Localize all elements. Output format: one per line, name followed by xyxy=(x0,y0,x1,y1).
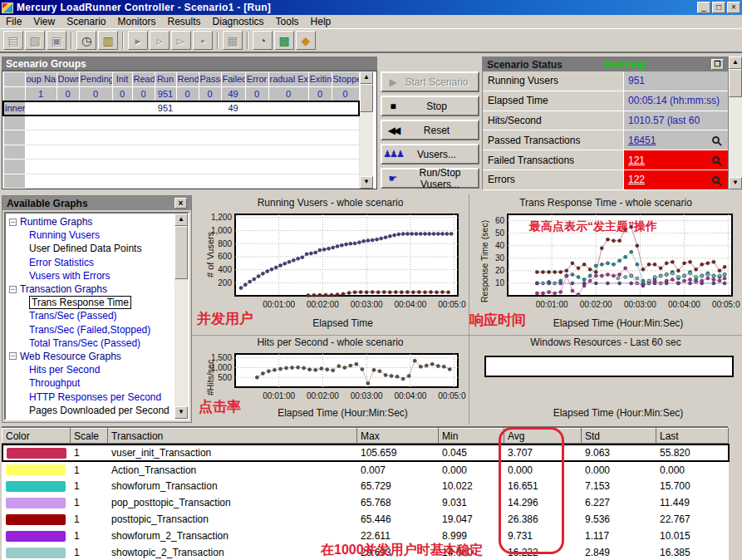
menu-file[interactable]: File xyxy=(0,15,27,28)
magnifier-icon[interactable] xyxy=(712,136,720,144)
load-generators-icon[interactable]: ▥ xyxy=(98,31,118,50)
scroll-up-icon[interactable]: ▲ xyxy=(174,214,188,226)
tree-item-vusers-with-errors[interactable]: Vusers with Errors xyxy=(9,269,174,282)
init-vusers-icon[interactable]: ▸ xyxy=(128,31,148,50)
group-run-cell[interactable]: 951 xyxy=(155,101,176,116)
reset-button[interactable]: ◀◀ Reset xyxy=(381,120,479,140)
stop-vusers-icon[interactable]: ▪ xyxy=(193,31,213,50)
tree-item-runtime-graphs[interactable]: −Runtime Graphs xyxy=(9,215,174,228)
transaction-cell: pop_posttopic_Transaction xyxy=(108,494,357,511)
transaction-row-Action_Transaction[interactable]: 1Action_Transaction0.0070.0000.0000.0000… xyxy=(2,461,729,478)
scroll-down-icon[interactable]: ▼ xyxy=(729,177,742,189)
start-scenario-button[interactable]: ▶ Start Scenario xyxy=(381,71,479,92)
analysis-icon[interactable]: ▩ xyxy=(274,31,294,50)
magnifier-icon[interactable] xyxy=(712,156,720,164)
windows-resources-graph[interactable]: Windows Resources - Last 60 sec Elapsed … xyxy=(469,336,742,425)
col-transaction[interactable]: Transaction xyxy=(108,429,357,444)
close-panel-icon[interactable]: × xyxy=(174,198,187,209)
vusers-button[interactable]: ♟♟♟ Vusers... xyxy=(381,144,479,165)
scroll-up-icon[interactable]: ▲ xyxy=(729,56,742,69)
menu-scenario[interactable]: Scenario xyxy=(61,15,111,28)
tree-item-throughput[interactable]: Throughput xyxy=(9,376,174,390)
save-scenario-icon[interactable]: ▣ xyxy=(47,31,66,50)
close-button[interactable]: × xyxy=(727,2,740,13)
tree-item-http-responses-per-second[interactable]: HTTP Responses per Second xyxy=(9,390,174,403)
errors-link[interactable]: 122 xyxy=(628,174,645,185)
design-view-icon[interactable]: ▦ xyxy=(223,31,243,50)
scrollbar-thumb[interactable] xyxy=(729,69,742,97)
transaction-row-showforum_Transaction[interactable]: 1showforum_Transaction65.72910.02216.651… xyxy=(2,478,729,494)
total-failed: 49 xyxy=(221,86,245,101)
transaction-row-posttopic_Transaction[interactable]: 1posttopic_Transaction65.44619.04726.386… xyxy=(2,511,729,528)
tree-item-total-trans-sec-passed-[interactable]: Total Trans/Sec (Passed) xyxy=(9,336,174,350)
col-min[interactable]: Min xyxy=(439,429,504,444)
group-name-cell[interactable]: inner_ne xyxy=(3,101,25,116)
menu-view[interactable]: View xyxy=(27,15,61,28)
svg-text:50: 50 xyxy=(495,228,505,238)
group-failed-cell[interactable]: 49 xyxy=(221,101,245,116)
tree-item-error-statistics[interactable]: Error Statistics xyxy=(9,256,174,269)
results-icon[interactable]: ◆ xyxy=(296,31,316,50)
total-ready: 0 xyxy=(132,86,155,101)
col-group-name: oup Nar xyxy=(25,72,57,87)
passed-transactions-link[interactable]: 16451 xyxy=(628,135,656,146)
max-cell: 105.659 xyxy=(357,445,439,461)
new-scenario-icon[interactable]: ▤ xyxy=(3,31,23,50)
stop-button[interactable]: ■ Stop xyxy=(381,96,479,116)
col-last[interactable]: Last xyxy=(656,429,729,444)
maximize-button[interactable]: □ xyxy=(712,2,725,13)
tree-item-label: User Defined Data Points xyxy=(29,243,141,254)
menu-tools[interactable]: Tools xyxy=(270,15,305,28)
menu-bar: File View Scenario Monitors Results Diag… xyxy=(0,15,742,29)
tree-item-trans-sec-passed-[interactable]: Trans/Sec (Passed) xyxy=(9,309,174,322)
x-axis-label: Elapsed Time (Hour:Min:Sec) xyxy=(225,407,460,419)
run-vusers-icon[interactable]: ▹ xyxy=(150,31,170,50)
collapse-icon[interactable]: − xyxy=(9,286,17,293)
minimize-button[interactable]: _ xyxy=(697,2,710,13)
scrollbar-thumb[interactable] xyxy=(174,226,188,279)
tree-item-trans-response-time[interactable]: Trans Response Time xyxy=(9,296,174,309)
scrollbar-track[interactable] xyxy=(729,97,742,177)
tree-item-user-defined-data-points[interactable]: User Defined Data Points xyxy=(9,242,174,255)
failed-transactions-link[interactable]: 121 xyxy=(628,155,645,166)
col-std[interactable]: Std xyxy=(582,429,656,444)
transaction-row-pop_posttopic_Transaction[interactable]: 1pop_posttopic_Transaction65.7689.03114.… xyxy=(2,494,729,511)
tree-item-running-vusers[interactable]: Running Vusers xyxy=(9,228,174,242)
scroll-down-icon[interactable]: ▼ xyxy=(174,406,188,419)
tree-item-hits-per-second[interactable]: Hits per Second xyxy=(9,363,174,376)
group-row-inner-ne[interactable]: inner_ne 951 49 xyxy=(3,101,359,116)
gradual-stop-vusers-icon[interactable]: ▻ xyxy=(171,31,191,50)
run-view-icon[interactable]: ◔ xyxy=(253,31,273,50)
col-down: Down xyxy=(57,72,79,87)
run-stop-vusers-button[interactable]: ☛ Run/Stop Vusers... xyxy=(381,168,479,189)
tree-item-web-resource-graphs[interactable]: −Web Resource Graphs xyxy=(9,350,174,363)
col-failed: Failed xyxy=(221,72,245,87)
annotation-hit-rate: 点击率 xyxy=(199,397,241,416)
collapse-icon[interactable]: − xyxy=(9,219,17,226)
menu-help[interactable]: Help xyxy=(305,15,337,28)
trans-response-time-graph[interactable]: Trans Response Time - whole scenario Res… xyxy=(469,194,742,336)
menu-results[interactable]: Results xyxy=(162,15,207,28)
open-scenario-icon[interactable]: ▧ xyxy=(25,31,45,50)
scroll-down-icon[interactable]: ▼ xyxy=(360,176,373,189)
scroll-up-icon[interactable]: ▲ xyxy=(360,71,373,84)
running-vusers-graph[interactable]: Running Vusers - whole scenario # of Vus… xyxy=(192,194,469,336)
menu-monitors[interactable]: Monitors xyxy=(112,15,162,28)
col-color[interactable]: Color xyxy=(2,429,71,444)
hits-per-second-graph[interactable]: Hits per Second - whole scenario #Hits/s… xyxy=(192,336,469,425)
schedule-clock-icon[interactable]: ◷ xyxy=(76,31,96,50)
scrollbar-thumb[interactable] xyxy=(360,84,373,112)
scrollbar-track[interactable] xyxy=(174,279,188,406)
min-cell: 0.045 xyxy=(439,445,504,461)
scrollbar-track[interactable] xyxy=(360,112,373,176)
restore-panel-icon[interactable]: ❐ xyxy=(711,59,724,70)
tree-item-transaction-graphs[interactable]: −Transaction Graphs xyxy=(9,282,174,296)
menu-diagnostics[interactable]: Diagnostics xyxy=(207,15,270,28)
magnifier-icon[interactable] xyxy=(712,176,720,184)
tree-item-pages-downloaded-per-second[interactable]: Pages Downloaded per Second xyxy=(9,404,174,417)
col-scale[interactable]: Scale xyxy=(71,429,108,444)
collapse-icon[interactable]: − xyxy=(9,352,17,360)
tree-item-trans-sec-failed-stopped-[interactable]: Trans/Sec (Failed,Stopped) xyxy=(9,323,174,336)
col-max[interactable]: Max xyxy=(357,429,439,444)
transaction-row-vuser_init_Transaction[interactable]: 1vuser_init_Transaction105.6590.0453.707… xyxy=(2,445,729,461)
